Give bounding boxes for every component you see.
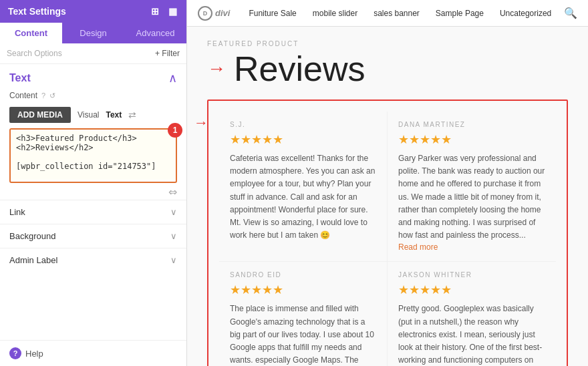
nav-item-furniture[interactable]: Funiture Sale: [241, 0, 304, 27]
text-section-header: Text ∧: [0, 64, 186, 89]
stars-2: ★★★★★: [230, 283, 376, 297]
featured-label: FEATURED PRODUCT: [207, 40, 568, 47]
reviewer-name-1: DANA MARTINEZ: [398, 121, 545, 128]
stars-1: ★★★★★: [398, 132, 545, 147]
help-icon: ?: [9, 347, 21, 359]
accordion-admin-chevron: ∨: [170, 255, 177, 265]
search-placeholder-text: Search Options: [7, 49, 151, 58]
divi-logo-circle: D: [198, 6, 212, 21]
stars-3: ★★★★★: [398, 283, 545, 297]
main-content: FEATURED PRODUCT → Reviews → S.J.★★★★★Ca…: [187, 27, 588, 366]
accordion-admin-label-text: Admin Label: [9, 255, 57, 265]
content-label: Content: [9, 91, 37, 100]
visual-text-tabs: Visual Text: [78, 110, 122, 120]
accordion-link-chevron: ∨: [170, 207, 177, 217]
review-card-3: JAKSON WHITNER★★★★★Pretty good. Googlepl…: [388, 262, 556, 366]
grid-icon[interactable]: ▦: [166, 5, 178, 17]
help-row[interactable]: ? Help: [0, 340, 186, 366]
accordion-background[interactable]: Background ∨: [0, 224, 186, 248]
tab-advanced[interactable]: Advanced: [124, 23, 186, 43]
resize-handle: ⇔: [0, 183, 186, 200]
accordion-background-label: Background: [9, 231, 55, 241]
review-card-1: DANA MARTINEZ★★★★★Gary Parker was very p…: [388, 112, 556, 262]
accordion-link[interactable]: Link ∨: [0, 200, 186, 224]
page-title-row: → Reviews: [207, 51, 568, 86]
reviewer-name-0: S.J.: [230, 121, 376, 128]
read-more-1[interactable]: Read more: [398, 242, 438, 252]
page-title: Reviews: [234, 51, 365, 86]
help-question-icon[interactable]: ?: [41, 92, 45, 100]
help-label: Help: [25, 349, 43, 359]
visual-tab[interactable]: Visual: [78, 110, 99, 120]
review-card-2: SANDRO EID★★★★★The place is immense and …: [219, 262, 388, 366]
right-panel: D divi Funiture Sale mobile slider sales…: [187, 0, 588, 366]
nav-item-slider[interactable]: mobile slider: [305, 0, 365, 27]
tab-content[interactable]: Content: [0, 23, 62, 43]
panel-header: Text Settings ⊞ ▦: [0, 0, 186, 23]
nav-items: Funiture Sale mobile slider sales banner…: [241, 0, 564, 27]
left-panel: Text Settings ⊞ ▦ Content Design Advance…: [0, 0, 187, 366]
accordion-admin-label[interactable]: Admin Label ∨: [0, 248, 186, 272]
text-tab[interactable]: Text: [106, 110, 122, 120]
accordion-link-label: Link: [9, 207, 25, 217]
badge-1: 1: [168, 123, 182, 138]
resize-icon[interactable]: ⇔: [168, 186, 177, 198]
filter-label: + Filter: [155, 49, 180, 58]
expand-icon[interactable]: ⊞: [149, 5, 161, 17]
text-section-title: Text: [9, 72, 31, 84]
nav-logo: D divi: [198, 6, 230, 21]
nav-bar: D divi Funiture Sale mobile slider sales…: [187, 0, 588, 27]
collapse-icon[interactable]: ∧: [168, 71, 177, 85]
divi-logo-text: divi: [215, 8, 230, 18]
nav-search-icon[interactable]: 🔍: [564, 7, 577, 19]
search-row: Search Options + Filter: [0, 43, 186, 64]
add-media-row: ADD MEDIA Visual Text ⇄: [0, 104, 186, 128]
nav-item-uncategorized[interactable]: Uncategorized: [492, 0, 559, 27]
review-text-1: Gary Parker was very professional and po…: [398, 152, 545, 242]
filter-button[interactable]: + Filter: [155, 49, 180, 58]
review-text-3: Pretty good. Googleplex was basically (p…: [398, 303, 545, 366]
stars-0: ★★★★★: [230, 132, 376, 147]
review-text-2: The place is immense and filled with Goo…: [230, 303, 376, 366]
tabs-row: Content Design Advanced: [0, 23, 186, 43]
panel-title: Text Settings: [8, 6, 66, 17]
reset-icon[interactable]: ↺: [49, 92, 55, 100]
nav-item-sales[interactable]: sales banner: [365, 0, 428, 27]
code-editor-wrapper: <h3>Featured Product</h3> <h2>Reviews</h…: [9, 128, 177, 183]
code-textarea[interactable]: <h3>Featured Product</h3> <h2>Reviews</h…: [11, 130, 176, 180]
reviews-container: → S.J.★★★★★Cafeteria was excellent! Than…: [207, 100, 568, 366]
accordion-background-chevron: ∨: [170, 231, 177, 241]
title-arrow-icon: →: [207, 58, 226, 79]
panel-header-icons: ⊞ ▦: [149, 5, 178, 17]
content-label-row: Content ? ↺: [0, 89, 186, 104]
review-card-0: S.J.★★★★★Cafeteria was excellent! Thanks…: [219, 112, 388, 262]
review-text-0: Cafeteria was excellent! Thanks for the …: [230, 152, 376, 242]
tab-design[interactable]: Design: [62, 23, 124, 43]
reviewer-name-3: JAKSON WHITNER: [398, 271, 545, 279]
reviewer-name-2: SANDRO EID: [230, 271, 376, 279]
nav-item-sample[interactable]: Sample Page: [428, 0, 492, 27]
reviews-arrow-icon: →: [194, 114, 208, 132]
format-icon[interactable]: ⇄: [128, 110, 136, 120]
add-media-button[interactable]: ADD MEDIA: [9, 107, 71, 123]
